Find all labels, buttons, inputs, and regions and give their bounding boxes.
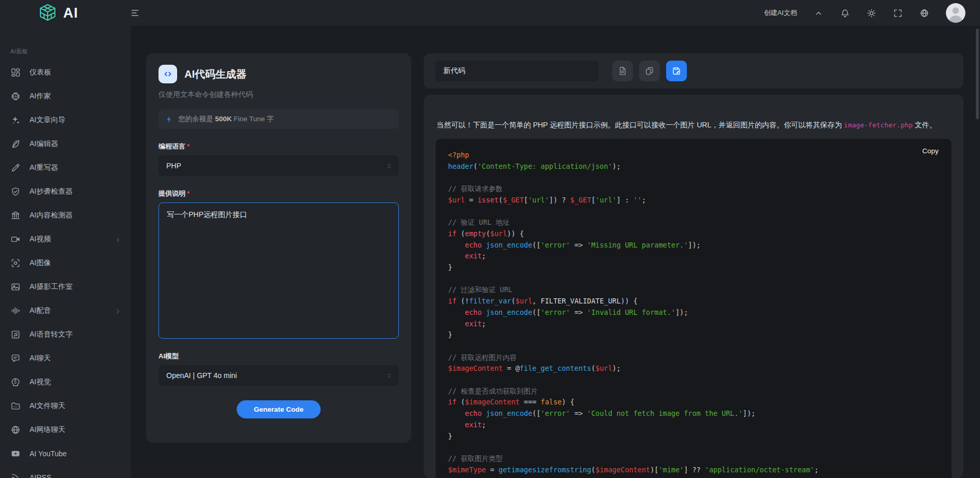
user-avatar[interactable] bbox=[946, 3, 965, 23]
code-line: if (!filter_var($url, FILTER_VALIDATE_UR… bbox=[448, 296, 939, 307]
sidebar-item-ai-photo-studio[interactable]: AI摄影工作室 bbox=[0, 275, 131, 299]
waveform-icon bbox=[10, 306, 21, 316]
brand-text: AI bbox=[63, 5, 78, 21]
sidebar-item-label: AI视觉 bbox=[30, 378, 51, 387]
photo-icon bbox=[10, 282, 21, 292]
code-line: header('Content-Type: application/json')… bbox=[448, 161, 939, 172]
sidebar-item-dashboard[interactable]: 仪表板 bbox=[0, 61, 131, 84]
logo-cube-icon bbox=[37, 3, 58, 23]
sidebar-item-label: AI网络聊天 bbox=[30, 425, 65, 434]
select-arrows-icon bbox=[386, 163, 393, 169]
create-doc-link[interactable]: 创建AI文档 bbox=[764, 8, 797, 18]
document-title-input[interactable] bbox=[435, 61, 599, 81]
model-select[interactable]: OpenAI | GPT 4o mini bbox=[158, 365, 399, 386]
code-line bbox=[448, 442, 939, 453]
youtube-icon bbox=[10, 448, 21, 459]
music-file-icon bbox=[10, 329, 21, 340]
sidebar-item-label: AI图像 bbox=[30, 258, 51, 268]
model-label: AI模型 bbox=[158, 352, 399, 361]
code-line: exit; bbox=[448, 318, 939, 330]
language-label: 编程语言* bbox=[158, 142, 399, 151]
code-line: } bbox=[448, 262, 939, 273]
sidebar-item-ai-rewriter[interactable]: AI重写器 bbox=[0, 156, 131, 180]
sidebar-item-ai-file-chat[interactable]: AI文件聊天 bbox=[0, 394, 131, 418]
theme-sun-icon[interactable] bbox=[867, 8, 876, 18]
chevron-up-icon[interactable] bbox=[814, 8, 824, 18]
generate-code-button[interactable]: Generate Code bbox=[237, 400, 321, 418]
copy-code-button[interactable]: Copy bbox=[922, 147, 939, 155]
chevron-right-icon bbox=[114, 308, 121, 314]
sidebar-item-ai-content-detector[interactable]: AI内容检测器 bbox=[0, 204, 131, 227]
video-icon bbox=[10, 234, 21, 244]
sidebar-item-label: AIRSS bbox=[30, 473, 51, 478]
sidebar-item-label: AI YouTube bbox=[30, 450, 67, 458]
assistant-intro-text: 当然可以！下面是一个简单的 PHP 远程图片接口示例。此接口可以接收一个图片 U… bbox=[437, 120, 952, 131]
sidebar-item-ai-video[interactable]: AI视频 bbox=[0, 227, 131, 251]
code-content: <?phpheader('Content-Type: application/j… bbox=[448, 150, 939, 475]
sidebar-item-label: AI重写器 bbox=[30, 163, 58, 172]
sidebar-item-label: AI语音转文字 bbox=[30, 330, 73, 339]
sidebar: AI面板 仪表板AIAI作家AI文章向导AI编辑器AI重写器AI抄袭检查器AI内… bbox=[0, 26, 131, 478]
notifications-bell-icon[interactable] bbox=[840, 8, 850, 18]
save-button[interactable] bbox=[666, 61, 687, 81]
sidebar-item-ai-web-chat[interactable]: AI网络聊天 bbox=[0, 418, 131, 442]
sidebar-item-ai-writer[interactable]: AIAI作家 bbox=[0, 84, 131, 108]
code-line bbox=[448, 206, 939, 218]
sidebar-item-label: AI视频 bbox=[30, 235, 51, 244]
lightning-bolt-icon bbox=[165, 115, 173, 123]
app-logo[interactable]: AI bbox=[37, 3, 78, 23]
sidebar-item-ai-image[interactable]: AI图像 bbox=[0, 251, 131, 275]
globe-icon bbox=[10, 425, 21, 435]
code-line bbox=[448, 341, 939, 352]
sidebar-item-ai-editor[interactable]: AI编辑器 bbox=[0, 132, 131, 156]
required-mark: * bbox=[187, 142, 190, 150]
sidebar-item-ai-vision[interactable]: AI视觉 bbox=[0, 370, 131, 394]
response-card: 当然可以！下面是一个简单的 PHP 远程图片接口示例。此接口可以接收一个图片 U… bbox=[424, 95, 963, 478]
instructions-textarea[interactable]: 写一个PHP远程图片接口 bbox=[158, 202, 399, 339]
new-document-button[interactable] bbox=[612, 61, 633, 81]
sidebar-toggle-button[interactable] bbox=[130, 7, 141, 19]
page-scrollbar-thumb[interactable] bbox=[976, 28, 979, 119]
code-line bbox=[448, 374, 939, 386]
sidebar-item-ai-voiceover[interactable]: AI配音 bbox=[0, 299, 131, 323]
balance-banner: 您的余额是 500K Fine Tune 字 bbox=[158, 109, 399, 129]
focus-icon bbox=[10, 258, 21, 268]
sidebar-item-ai-speech-to-text[interactable]: AI语音转文字 bbox=[0, 323, 131, 346]
code-line bbox=[448, 172, 939, 183]
sidebar-item-label: AI聊天 bbox=[30, 354, 51, 363]
sidebar-item-label: AI编辑器 bbox=[30, 139, 58, 149]
sidebar-item-ai-plagiarism[interactable]: AI抄袭检查器 bbox=[0, 180, 131, 204]
sidebar-item-label: AI摄影工作室 bbox=[30, 282, 73, 292]
code-line: } bbox=[448, 431, 939, 442]
code-line: echo json_encode(['error' => 'Could not … bbox=[448, 408, 939, 419]
code-line: $url = isset($_GET['url']) ? $_GET['url'… bbox=[448, 195, 939, 206]
chevron-right-icon bbox=[114, 236, 121, 243]
generator-card: AI代码生成器 仅使用文本命令创建各种代码 您的余额是 500K Fine Tu… bbox=[146, 53, 411, 443]
sidebar-item-ai-article-wizard[interactable]: AI文章向导 bbox=[0, 108, 131, 132]
sidebar-item-ai-youtube[interactable]: AI YouTube bbox=[0, 442, 131, 466]
sidebar-item-label: AI文章向导 bbox=[30, 115, 65, 125]
code-line: echo json_encode(['error' => 'Invalid UR… bbox=[448, 307, 939, 318]
language-select[interactable]: PHP bbox=[158, 155, 399, 176]
inline-code: image-fetcher.php bbox=[844, 121, 913, 129]
chip-icon: AI bbox=[10, 91, 21, 102]
language-globe-icon[interactable] bbox=[919, 8, 929, 18]
sidebar-item-ai-chat[interactable]: AI聊天 bbox=[0, 346, 131, 370]
brain-icon bbox=[10, 377, 21, 387]
code-line: // 检查是否成功获取到图片 bbox=[448, 386, 939, 397]
duplicate-button[interactable] bbox=[639, 61, 660, 81]
sidebar-item-label: AI抄袭检查器 bbox=[30, 187, 73, 196]
code-line: // 获取请求参数 bbox=[448, 183, 939, 195]
code-line: // 过滤和验证 URL bbox=[448, 284, 939, 296]
sparkles-icon bbox=[10, 115, 21, 125]
save-icon bbox=[671, 66, 682, 76]
sidebar-item-ai-rss[interactable]: AIRSS bbox=[0, 466, 131, 478]
code-line: exit; bbox=[448, 251, 939, 262]
fullscreen-icon[interactable] bbox=[893, 8, 903, 18]
sidebar-item-label: AI内容检测器 bbox=[30, 211, 73, 220]
code-line: if ($imageContent === false) { bbox=[448, 397, 939, 408]
required-mark: * bbox=[187, 190, 190, 197]
workspace-header bbox=[424, 53, 963, 89]
code-line: // 获取远程图片内容 bbox=[448, 352, 939, 364]
main-content: AI代码生成器 仅使用文本命令创建各种代码 您的余额是 500K Fine Tu… bbox=[131, 26, 980, 478]
